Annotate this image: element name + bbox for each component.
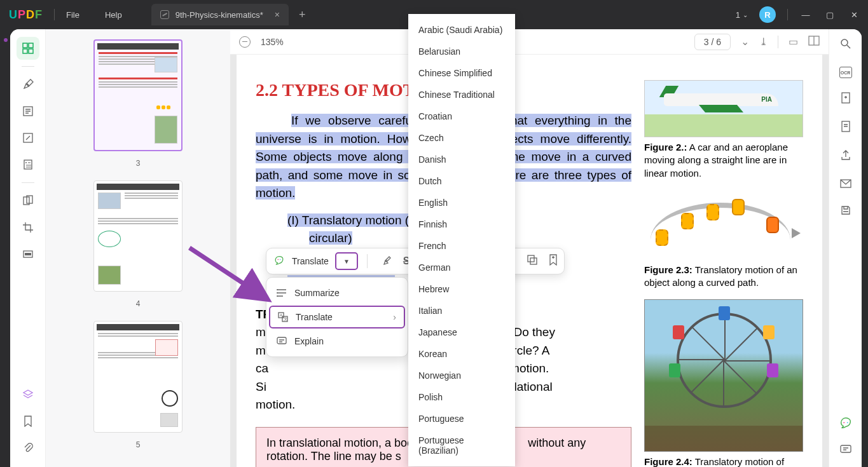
svg-rect-2 bbox=[23, 49, 27, 53]
bookmark-add-icon[interactable] bbox=[549, 254, 558, 268]
attachment-tool[interactable] bbox=[17, 437, 39, 459]
search-icon[interactable] bbox=[840, 38, 851, 53]
new-tab-button[interactable]: + bbox=[299, 8, 306, 22]
language-option[interactable]: Portuguese (Brazilian) bbox=[408, 430, 515, 461]
user-avatar[interactable]: R bbox=[759, 6, 776, 23]
svg-rect-24 bbox=[528, 255, 534, 262]
maximize-button[interactable]: ▢ bbox=[823, 10, 836, 20]
thumbnail-page-3[interactable] bbox=[93, 39, 183, 151]
left-sidebar bbox=[10, 29, 46, 467]
svg-point-7 bbox=[25, 162, 27, 163]
convert-icon[interactable] bbox=[841, 92, 851, 107]
zoom-out-button[interactable] bbox=[239, 36, 251, 48]
svg-rect-21 bbox=[841, 445, 851, 452]
redact-tool[interactable] bbox=[17, 243, 39, 266]
save-icon[interactable] bbox=[841, 205, 851, 219]
share-icon[interactable] bbox=[841, 149, 851, 164]
jump-end-icon[interactable]: ⤓ bbox=[759, 36, 768, 48]
zoom-level[interactable]: 135% bbox=[261, 37, 284, 47]
menu-help[interactable]: Help bbox=[105, 10, 122, 20]
language-option[interactable]: Portuguese bbox=[408, 408, 515, 430]
ocr-icon[interactable]: OCR bbox=[839, 67, 852, 78]
page-indicator[interactable]: 3 / 6 bbox=[694, 34, 731, 50]
svg-point-19 bbox=[843, 422, 844, 423]
thumbnail-panel: 3 4 5 bbox=[46, 29, 230, 467]
svg-point-27 bbox=[277, 292, 278, 294]
app-logo: UPDF bbox=[9, 8, 43, 22]
language-option[interactable]: Korean bbox=[408, 343, 515, 365]
language-option[interactable]: Dutch bbox=[408, 170, 515, 192]
svg-point-26 bbox=[277, 289, 278, 290]
submenu-explain[interactable]: Explain bbox=[266, 330, 408, 353]
indicator-dot bbox=[4, 38, 8, 42]
email-icon[interactable] bbox=[840, 178, 851, 191]
svg-text:文: 文 bbox=[284, 316, 287, 321]
text-tool[interactable] bbox=[17, 100, 39, 123]
chevron-right-icon: › bbox=[393, 312, 396, 322]
svg-rect-25 bbox=[530, 258, 537, 264]
ai-assistant-icon[interactable] bbox=[839, 417, 853, 433]
ai-icon bbox=[273, 255, 286, 267]
translate-dropdown[interactable]: ▼ bbox=[335, 252, 358, 270]
tab-close-icon[interactable]: × bbox=[275, 10, 280, 20]
copy-icon[interactable] bbox=[527, 255, 537, 267]
figure-23-caption: Figure 2.3: Translatory motion of an obj… bbox=[644, 264, 803, 290]
language-option[interactable]: Norwegian bbox=[408, 365, 515, 386]
layers-tool[interactable] bbox=[17, 383, 39, 406]
figure-23-image bbox=[644, 190, 803, 260]
crop-tool[interactable] bbox=[17, 216, 39, 239]
figure-2-image: PIA bbox=[644, 80, 803, 137]
organize-tool[interactable] bbox=[17, 189, 39, 212]
bookmark-tool[interactable] bbox=[17, 410, 39, 433]
svg-rect-6 bbox=[24, 160, 32, 169]
language-option[interactable]: German bbox=[408, 257, 515, 278]
svg-point-14 bbox=[841, 39, 848, 46]
svg-point-28 bbox=[277, 295, 278, 297]
highlight-icon[interactable] bbox=[382, 254, 392, 268]
window-count[interactable]: 1 ⌄ bbox=[736, 10, 748, 20]
thumb-label: 3 bbox=[136, 159, 141, 168]
submenu-summarize[interactable]: Summarize bbox=[266, 281, 408, 304]
thumbnail-page-4[interactable] bbox=[93, 180, 183, 292]
language-option[interactable]: French bbox=[408, 235, 515, 257]
svg-rect-11 bbox=[25, 253, 31, 255]
language-option[interactable]: Hebrew bbox=[408, 278, 515, 300]
chevron-down-icon[interactable]: ⌄ bbox=[741, 36, 749, 48]
svg-point-23 bbox=[280, 259, 281, 261]
language-option[interactable]: Czech bbox=[408, 127, 515, 149]
svg-rect-33 bbox=[277, 337, 286, 344]
figure-24-caption: Figure 2.4: Translatory motion of riders… bbox=[644, 456, 803, 467]
language-option[interactable]: Finnish bbox=[408, 213, 515, 235]
highlighter-tool[interactable] bbox=[17, 73, 39, 96]
thumbnails-tool[interactable] bbox=[17, 37, 39, 60]
reading-mode-icon[interactable] bbox=[808, 36, 820, 48]
language-option[interactable]: Croatian bbox=[408, 105, 515, 127]
svg-rect-0 bbox=[23, 43, 27, 48]
language-option[interactable]: Belarusian bbox=[408, 41, 515, 62]
minimize-button[interactable]: — bbox=[799, 10, 812, 20]
edit-tool[interactable] bbox=[17, 126, 39, 149]
svg-text:A: A bbox=[280, 313, 282, 317]
language-menu: Arabic (Saudi Arabia)BelarusianChinese S… bbox=[408, 14, 515, 466]
close-button[interactable]: ✕ bbox=[848, 10, 860, 20]
language-option[interactable]: English bbox=[408, 192, 515, 213]
comment-icon[interactable] bbox=[840, 445, 851, 458]
language-option[interactable]: Danish bbox=[408, 149, 515, 170]
language-option[interactable]: Chinese Traditional bbox=[408, 84, 515, 105]
language-option[interactable]: Polish bbox=[408, 386, 515, 408]
language-option[interactable]: Italian bbox=[408, 300, 515, 321]
compress-icon[interactable] bbox=[841, 121, 851, 135]
form-tool[interactable] bbox=[17, 153, 39, 176]
language-option[interactable]: Arabic (Saudi Arabia) bbox=[408, 19, 515, 41]
translate-label[interactable]: Translate bbox=[292, 256, 329, 266]
svg-line-15 bbox=[847, 45, 850, 48]
svg-point-22 bbox=[278, 259, 279, 261]
submenu-translate[interactable]: A文 Translate › bbox=[269, 306, 405, 328]
presentation-icon[interactable]: ▭ bbox=[789, 36, 798, 48]
document-tab[interactable]: 9th-Physics-kinematics* × bbox=[151, 4, 289, 25]
thumbnail-page-5[interactable] bbox=[93, 321, 183, 433]
language-option[interactable]: Chinese Simplified bbox=[408, 62, 515, 84]
menu-file[interactable]: File bbox=[66, 10, 79, 20]
language-option[interactable]: Japanese bbox=[408, 321, 515, 343]
right-sidebar: OCR bbox=[829, 29, 862, 467]
